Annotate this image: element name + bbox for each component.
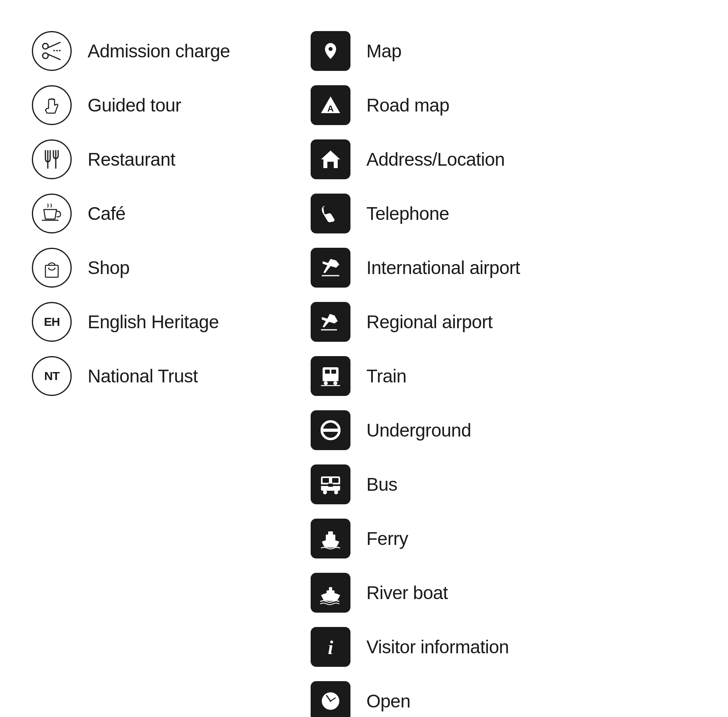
visitor-information-label: Visitor information	[366, 636, 509, 658]
river-boat-icon	[311, 573, 350, 613]
bus-label: Bus	[366, 474, 397, 495]
open-icon	[311, 681, 350, 717]
svg-point-0	[43, 43, 48, 49]
list-item: Train	[311, 349, 669, 403]
svg-text:i: i	[328, 637, 333, 658]
svg-rect-36	[328, 531, 333, 535]
list-item: A Road map	[311, 78, 669, 132]
underground-icon	[311, 410, 350, 450]
map-icon	[311, 31, 350, 71]
international-airport-label: International airport	[366, 257, 520, 278]
shop-icon	[32, 248, 72, 288]
svg-rect-27	[321, 429, 340, 432]
list-item: Address/Location	[311, 132, 669, 186]
english-heritage-label: English Heritage	[88, 311, 219, 333]
national-trust-icon: NT	[32, 356, 72, 396]
road-map-label: Road map	[366, 94, 449, 116]
list-item: i Visitor information	[311, 620, 669, 674]
svg-point-19	[324, 381, 328, 385]
list-item: Telephone	[311, 186, 669, 241]
svg-line-3	[48, 54, 61, 60]
international-airport-icon	[311, 248, 350, 288]
restaurant-icon	[32, 139, 72, 179]
svg-rect-37	[327, 590, 335, 596]
map-label: Map	[366, 40, 401, 62]
list-item: Bus	[311, 457, 669, 511]
train-icon	[311, 356, 350, 396]
svg-rect-34	[328, 484, 333, 487]
eh-text: EH	[44, 315, 60, 329]
svg-rect-17	[325, 370, 330, 374]
svg-rect-8	[45, 265, 58, 277]
river-boat-label: River boat	[366, 582, 448, 603]
list-item: Regional airport	[311, 295, 669, 349]
list-item: Map	[311, 24, 669, 78]
list-item: NT National Trust	[32, 349, 311, 403]
admission-charge-icon	[32, 31, 72, 71]
list-item: Shop	[32, 241, 311, 295]
telephone-label: Telephone	[366, 203, 449, 224]
guided-tour-label: Guided tour	[88, 94, 181, 116]
train-label: Train	[366, 365, 407, 387]
list-item: Admission charge	[32, 24, 311, 78]
regional-airport-icon	[311, 302, 350, 342]
svg-rect-30	[332, 478, 339, 483]
svg-text:A: A	[327, 104, 334, 114]
svg-point-20	[333, 381, 337, 385]
svg-rect-38	[329, 587, 332, 590]
svg-rect-35	[326, 535, 335, 542]
visitor-information-icon: i	[311, 627, 350, 667]
shop-label: Shop	[88, 257, 129, 278]
cafe-label: Café	[88, 203, 125, 224]
ferry-label: Ferry	[366, 528, 408, 549]
open-label: Open	[366, 690, 411, 712]
underground-label: Underground	[366, 419, 471, 441]
admission-charge-label: Admission charge	[88, 40, 230, 62]
svg-line-2	[48, 42, 61, 48]
ferry-icon	[311, 519, 350, 558]
address-location-icon	[311, 139, 350, 179]
right-column: Map A Road map Address/Loca	[311, 24, 669, 717]
list-item: Open	[311, 674, 669, 717]
national-trust-label: National Trust	[88, 365, 198, 387]
list-item: Café	[32, 186, 311, 241]
legend-container: Admission charge Guided tour	[32, 24, 696, 717]
svg-rect-13	[327, 162, 334, 168]
list-item: EH English Heritage	[32, 295, 311, 349]
regional-airport-label: Regional airport	[366, 311, 493, 333]
left-column: Admission charge Guided tour	[32, 24, 311, 403]
english-heritage-icon: EH	[32, 302, 72, 342]
list-item: Restaurant	[32, 132, 311, 186]
svg-rect-16	[323, 367, 339, 381]
cafe-icon	[32, 194, 72, 233]
telephone-icon	[311, 194, 350, 233]
svg-point-9	[329, 47, 333, 51]
address-location-label: Address/Location	[366, 149, 505, 170]
list-item: River boat	[311, 566, 669, 620]
svg-rect-29	[323, 478, 329, 483]
svg-point-33	[334, 490, 338, 494]
restaurant-label: Restaurant	[88, 149, 175, 170]
road-map-icon: A	[311, 85, 350, 125]
svg-point-32	[323, 490, 327, 494]
guided-tour-icon	[32, 85, 72, 125]
nt-text: NT	[44, 369, 59, 383]
bus-icon	[311, 464, 350, 504]
svg-point-1	[43, 53, 48, 59]
list-item: Underground	[311, 403, 669, 457]
list-item: Ferry	[311, 511, 669, 566]
list-item: Guided tour	[32, 78, 311, 132]
list-item: International airport	[311, 241, 669, 295]
svg-rect-18	[331, 370, 336, 374]
